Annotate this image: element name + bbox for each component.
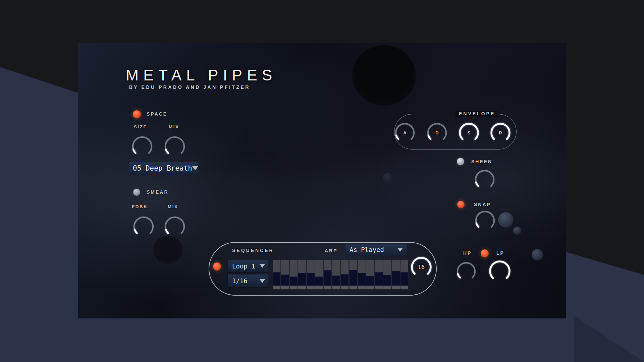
space-led[interactable] [133,110,141,118]
step-cell[interactable] [281,260,289,289]
envelope-section-label: ENVELOPE [455,111,498,117]
envelope-sustain-knob[interactable]: S [458,122,480,143]
space-mix-knob[interactable] [164,135,186,158]
step-bar[interactable] [273,272,280,286]
panel-texture-bubble [513,227,521,235]
space-section-label: SPACE [147,111,167,117]
step-bar[interactable] [332,276,340,286]
snap-section-label: SNAP [474,202,491,207]
filter-led[interactable] [481,249,489,257]
filter-lp-label: LP [496,250,504,256]
smear-mix-label: MIX [168,204,178,209]
step-cell[interactable] [392,260,400,289]
step-cell[interactable] [383,260,391,289]
smear-section-label: SMEAR [147,189,169,195]
background-corner-dark [574,316,644,362]
sheen-section-label: SHEEN [471,159,492,164]
step-bar[interactable] [400,272,408,286]
smear-fdbk-knob[interactable] [132,216,155,238]
step-cell[interactable] [315,260,323,289]
step-sequencer-graph[interactable] [273,260,408,290]
snap-led[interactable] [457,201,465,208]
envelope-decay-label: D [426,122,448,143]
step-cell[interactable] [332,260,340,289]
step-bar[interactable] [366,276,374,286]
envelope-attack-knob[interactable]: A [394,122,416,143]
step-cell[interactable] [307,260,315,289]
step-bar[interactable] [383,275,391,286]
sequencer-steps-value: 16 [410,256,432,278]
sequencer-steps-knob[interactable]: 16 [410,256,432,278]
sequencer-rate-value: 1/16 [232,277,248,285]
space-preset-dropdown[interactable]: 05 Deep Breath [129,162,198,175]
step-cell[interactable] [375,260,383,289]
sheen-knob[interactable] [474,169,495,190]
page-subtitle: BY EDU PRADO AND JAN PFITZER [129,84,250,90]
dropdown-caret-icon [397,248,403,252]
space-mix-label: MIX [169,124,179,129]
step-bar[interactable] [290,277,298,286]
envelope-decay-knob[interactable]: D [426,122,448,143]
sequencer-loop-dropdown[interactable]: Loop 1 [228,260,268,272]
step-bar[interactable] [307,273,315,286]
step-bar[interactable] [392,271,400,286]
panel-texture-bubble [532,249,543,260]
dropdown-caret-icon [192,166,198,170]
page-background: METAL PIPES BY EDU PRADO AND JAN PFITZER… [0,0,644,362]
filter-hp-knob[interactable] [456,261,477,282]
panel-texture-blob [352,45,416,106]
page-title: METAL PIPES [126,66,277,84]
background-wedge-right [566,0,644,362]
step-cell[interactable] [273,260,280,289]
envelope-sustain-label: S [458,122,480,143]
background-strip-bottom [0,318,566,362]
envelope-attack-label: A [394,122,416,143]
smear-fdbk-label: FDBK [132,204,148,209]
smear-led[interactable] [133,189,140,196]
space-size-knob[interactable] [131,135,153,158]
step-bar[interactable] [350,270,357,286]
space-size-label: SIZE [134,124,147,129]
background-wedge-left [0,0,78,362]
sequencer-arp-label: ARP [325,248,338,253]
sequencer-led[interactable] [213,262,221,270]
step-bar[interactable] [375,272,383,286]
sheen-led[interactable] [457,158,464,165]
step-bar[interactable] [315,277,323,286]
step-cell[interactable] [290,260,298,289]
step-bar[interactable] [298,273,306,286]
step-cell[interactable] [366,260,374,289]
panel-texture-bubble [154,236,182,264]
step-bar[interactable] [281,275,289,286]
smear-mix-knob[interactable] [164,216,186,238]
step-bar[interactable] [324,270,331,286]
panel-texture-bubble [498,212,514,228]
step-bar[interactable] [358,273,366,286]
space-preset-value: 05 Deep Breath [133,164,192,172]
step-cell[interactable] [358,260,366,289]
sequencer-loop-value: Loop 1 [232,262,255,270]
panel-texture-bubble [383,173,393,183]
step-cell[interactable] [350,260,357,289]
arp-mode-dropdown[interactable]: As Played [345,244,407,256]
step-cell[interactable] [298,260,306,289]
step-bar[interactable] [341,274,348,286]
snap-knob[interactable] [474,210,496,231]
sequencer-rate-dropdown[interactable]: 1/16 [228,275,268,287]
filter-hp-label: HP [463,250,472,256]
envelope-release-knob[interactable]: R [490,122,511,143]
arp-mode-value: As Played [350,246,384,253]
filter-lp-knob[interactable] [488,260,511,283]
dropdown-caret-icon [260,279,265,283]
step-cell[interactable] [341,260,348,289]
sequencer-section-label: SEQUENCER [232,248,274,253]
dropdown-caret-icon [260,264,265,268]
envelope-release-label: R [490,122,511,143]
step-cell[interactable] [400,260,408,289]
step-cell[interactable] [324,260,331,289]
